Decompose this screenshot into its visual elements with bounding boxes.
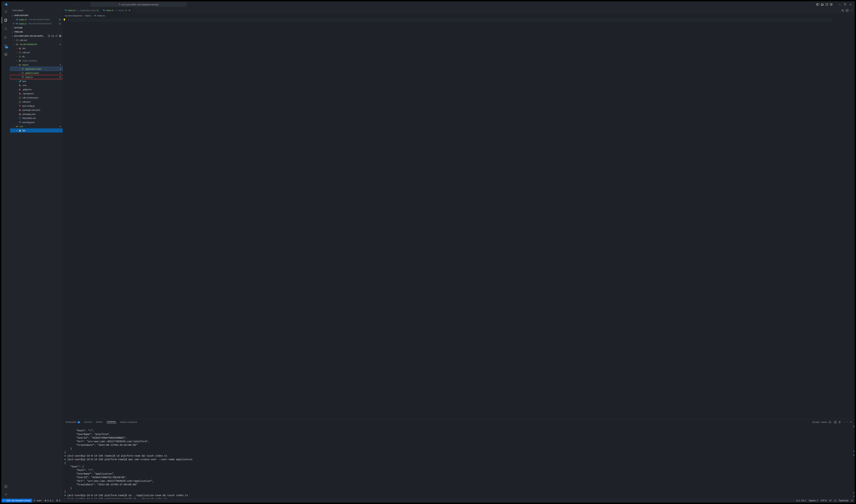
- panel-tab-problems[interactable]: PROBLEMS1: [66, 421, 80, 424]
- open-editors-section[interactable]: ⌄OPEN EDITORS: [10, 13, 63, 17]
- more-actions-icon[interactable]: ⋯: [850, 9, 852, 12]
- tree-folder[interactable]: ›🧪test: [10, 79, 63, 83]
- explorer-more-button[interactable]: ⋯: [58, 9, 60, 12]
- panel-close-icon[interactable]: ✕: [850, 421, 852, 424]
- status-eol[interactable]: LF: [828, 499, 833, 502]
- status-encoding[interactable]: UTF-8: [819, 499, 828, 502]
- panel-maximize-icon[interactable]: ⌃: [846, 421, 848, 424]
- tree-file[interactable]: ›▣package.json: [10, 112, 63, 116]
- tree-folder[interactable]: ⌄🗁teams●: [10, 62, 63, 67]
- tree-folder-platform-team[interactable]: ›🗀platform-team●: [10, 71, 63, 75]
- window-close-button[interactable]: ✕: [850, 3, 851, 6]
- title-bar: ← → ec2-user [SSH: eks-blueprint-remote]…: [2, 2, 854, 7]
- command-center-search[interactable]: ec2-user [SSH: eks-blueprint-remote]: [91, 2, 186, 6]
- remote-indicator[interactable]: SSH: eks-blueprint-remote: [2, 499, 32, 502]
- open-editor-item[interactable]: TS index.ts ~/my-eks-blueprints/tea... U: [10, 17, 63, 22]
- extensions-icon[interactable]: [2, 51, 10, 58]
- status-problems[interactable]: 0 1: [43, 499, 55, 502]
- close-tab-icon[interactable]: ✕: [128, 9, 130, 12]
- refresh-icon[interactable]: [55, 35, 58, 37]
- tree-folder[interactable]: ›⬢node_modules: [10, 58, 63, 62]
- source-control-icon[interactable]: 17: [2, 43, 10, 49]
- svg-rect-27: [6, 53, 7, 54]
- split-editor-icon[interactable]: [846, 9, 849, 12]
- panel-tab-ports[interactable]: PORTS: [96, 421, 103, 423]
- breadcrumb[interactable]: my-eks-blueprints› teams› TS index.ts: [63, 13, 854, 18]
- nav-back-button[interactable]: ←: [75, 3, 77, 6]
- tree-file[interactable]: ›ⓘREADME.md: [10, 116, 63, 120]
- explorer-icon[interactable]: [2, 17, 10, 23]
- split-terminal-icon[interactable]: [834, 421, 837, 424]
- tree-folder[interactable]: ⌄🗁zzz●: [10, 124, 63, 128]
- svg-rect-31: [48, 35, 50, 37]
- menu-icon[interactable]: [2, 8, 10, 15]
- outline-section[interactable]: ›OUTLINE: [10, 26, 63, 30]
- layout-customize-icon[interactable]: [830, 3, 833, 6]
- timeline-section[interactable]: ›TIMELINE: [10, 30, 63, 34]
- svg-rect-3: [817, 4, 818, 5]
- panel-tab-debug[interactable]: DEBUG CONSOLE: [120, 421, 137, 423]
- terminal-profile-button[interactable]: bash - teams: [813, 421, 827, 424]
- status-indentation[interactable]: Spaces: 2: [807, 499, 819, 502]
- problems-badge: 1: [77, 421, 81, 424]
- svg-rect-24: [5, 53, 6, 54]
- panel-tab-terminal[interactable]: TERMINAL: [106, 421, 117, 424]
- lightbulb-icon[interactable]: 💡: [63, 18, 66, 419]
- layout-toggle-primary-sidebar-icon[interactable]: [817, 3, 819, 6]
- panel-more-icon[interactable]: ⋯: [843, 421, 845, 424]
- search-text: ec2-user [SSH: eks-blueprint-remote]: [122, 3, 159, 6]
- svg-rect-5: [821, 5, 823, 5]
- settings-gear-icon[interactable]: [2, 491, 10, 498]
- tree-file[interactable]: ›TStsconfig.json: [10, 120, 63, 124]
- tree-folder-application-team[interactable]: ›🗀application-team●: [10, 67, 63, 71]
- layout-toggle-secondary-sidebar-icon[interactable]: [825, 3, 828, 6]
- svg-rect-45: [829, 421, 831, 423]
- status-language[interactable]: { } TypeScript: [833, 499, 850, 502]
- search-icon[interactable]: [2, 25, 10, 32]
- tree-folder[interactable]: ›🗀cdk.out: [10, 50, 63, 54]
- vscode-logo-icon: [2, 3, 10, 6]
- code-editor[interactable]: [70, 18, 854, 419]
- run-debug-icon[interactable]: [2, 34, 10, 40]
- tree-file[interactable]: ›▣.npmignore: [10, 91, 63, 95]
- window-maximize-button[interactable]: [844, 3, 846, 6]
- tree-file[interactable]: ›⚗jest.config.js: [10, 104, 63, 108]
- tree-folder[interactable]: ⌄▣bin: [10, 128, 63, 132]
- new-terminal-button[interactable]: ⌄: [829, 421, 832, 423]
- tree-file[interactable]: ›◆.gitignore: [10, 87, 63, 91]
- nav-forward-button[interactable]: →: [78, 3, 81, 6]
- collapse-all-icon[interactable]: [59, 35, 61, 37]
- tree-file[interactable]: ›▣package-lock.json: [10, 108, 63, 112]
- tree-folder[interactable]: ⌄🗁my-eks-blueprints●: [10, 42, 63, 46]
- tree-folder[interactable]: ›▣bin: [10, 46, 63, 50]
- window-minimize-button[interactable]: ―: [838, 3, 841, 6]
- status-ports[interactable]: 0: [55, 499, 61, 502]
- close-editor-icon[interactable]: ✕: [12, 22, 15, 25]
- scm-badge: 17: [5, 47, 8, 49]
- kill-terminal-icon[interactable]: [838, 421, 841, 424]
- accounts-icon[interactable]: [2, 483, 10, 490]
- svg-rect-11: [844, 3, 846, 5]
- tree-folder[interactable]: ›🗀lib: [10, 54, 63, 58]
- new-folder-icon[interactable]: [51, 35, 54, 37]
- tree-folder[interactable]: ›🗀cdk.out: [10, 38, 63, 42]
- terminal-body[interactable]: "Path": "/", "UserName": "platform", "Us…: [63, 425, 854, 499]
- open-editor-item[interactable]: ✕ TS index.ts ~/my-eks-blueprints/teams …: [10, 22, 63, 26]
- editor-tab[interactable]: TS index.ts ~/.../teams U ✕: [101, 7, 133, 13]
- panel-tab-output[interactable]: OUTPUT: [84, 421, 92, 423]
- status-cursor-position[interactable]: Ln 1, Col 1: [795, 499, 807, 502]
- compare-changes-icon[interactable]: [841, 9, 844, 12]
- tree-file[interactable]: ›{ }cdk.context.json: [10, 95, 63, 100]
- svg-rect-9: [831, 4, 832, 4]
- tree-file[interactable]: ›⚙.env: [10, 83, 63, 87]
- tree-file[interactable]: ›{ }cdk.json: [10, 100, 63, 104]
- workspace-section[interactable]: ⌄EC2-USER [SSH: EKS-BLUEPRI...: [10, 34, 63, 38]
- layout-toggle-panel-icon[interactable]: [821, 3, 824, 6]
- svg-point-50: [35, 500, 35, 500]
- editor-tab[interactable]: TS index.ts ~/.../application-team U: [63, 7, 101, 13]
- tree-file-index-ts[interactable]: ›TSindex.tsU: [10, 75, 63, 79]
- status-branch[interactable]: main*: [32, 499, 43, 502]
- minimap[interactable]: [834, 18, 854, 419]
- status-notifications-icon[interactable]: [850, 500, 854, 502]
- new-file-icon[interactable]: [48, 35, 50, 37]
